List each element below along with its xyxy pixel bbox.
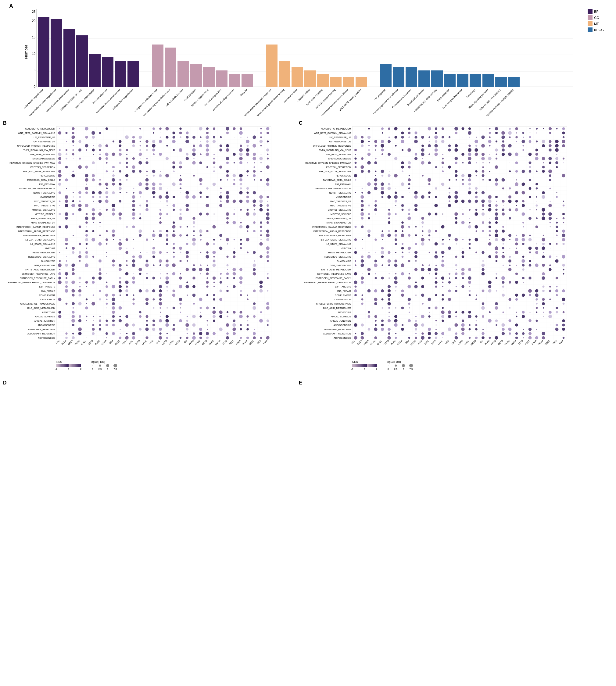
dot-19-5 [388,209,390,211]
dot-3-8 [112,140,114,142]
xlabel-3: CESC [370,339,376,346]
dot-25-10 [422,235,423,236]
dot-43-14 [448,310,451,314]
dot-38-4 [381,289,384,292]
dot-35-14 [152,277,155,280]
dot-29-11 [429,252,430,253]
dot-21-1 [65,217,68,220]
dot-34-13 [146,273,148,274]
dot-0-15 [454,127,458,131]
dot-29-19 [186,251,189,254]
dot-5-3 [375,149,376,151]
dot-6-1 [66,153,67,155]
svg-rect-16 [89,54,101,87]
dot-33-5 [389,269,389,269]
ylabel-47: ANDROGEN_RESPONSE [28,328,55,331]
dot-29-2 [369,252,370,253]
dot-45-5 [388,319,391,322]
dot-21-27 [241,218,241,219]
dot-0-4 [85,127,88,131]
dot-16-14 [448,195,451,198]
dot-6-21 [200,153,202,155]
dot-6-8 [112,153,115,156]
dot-16-3 [79,196,81,198]
dot-3-1 [361,140,364,143]
legend-bp-label: BP [594,10,599,14]
dot-35-31 [267,277,269,279]
ylabel-12: PANCREAS_BETA_CELLS [27,179,55,181]
svg-rect-19 [128,61,139,87]
dot-43-15 [455,311,457,313]
dot-26-5 [91,238,95,242]
dot-17-5 [93,201,94,202]
dot-24-5 [388,230,390,232]
dot-35-17 [468,276,471,280]
dot-45-23 [213,319,215,322]
dot-34-0 [354,272,357,275]
dot-10-18 [475,170,478,173]
ylabel-0: XENOBIOTIC_METABOLISM [25,128,55,130]
dot-46-17 [173,324,175,326]
dot-26-13 [146,238,148,241]
xlabel-30: UCS [256,339,262,345]
dot-30-26 [233,256,236,258]
dot-18-11 [132,204,135,207]
dot-30-4 [381,256,383,258]
ylabel-18: MYC_TARGETS_V1 [34,204,55,207]
dot-33-20 [192,268,196,271]
dot-8-10 [126,162,128,164]
dot-32-27 [535,263,538,267]
dot-29-4 [85,251,88,254]
dot-3-27 [536,140,537,142]
dot-48-19 [482,332,485,335]
dot-31-11 [132,260,135,263]
ylabel-35: ESTROGEN_RESPONSE_EARLY [316,277,351,280]
dot-29-5 [388,251,391,254]
dot-25-23 [508,234,511,237]
dot-22-30 [556,222,558,223]
ylabel-49: ADIPOGENESIS [334,337,351,339]
dot-42-21 [199,307,202,309]
dot-5-3 [79,149,82,152]
dot-48-8 [112,332,115,335]
dot-4-12 [434,144,438,147]
dot-24-31 [562,229,565,233]
dot-44-29 [548,315,552,318]
dot-29-7 [106,252,107,253]
dot-8-23 [213,161,216,164]
dot-47-3 [78,328,82,331]
dot-7-17 [468,157,471,160]
ylabel-43: APOPTOSIS [42,311,55,314]
dot-49-21 [199,337,202,339]
dot-35-1 [66,277,67,279]
svg-rect-27 [242,74,253,87]
dot-33-10 [421,268,424,271]
ylabel-7: SPERMATOGENESIS [32,157,55,160]
dot-41-1 [361,303,363,305]
dot-33-12 [138,268,142,271]
dot-4-25 [522,145,524,146]
dot-20-28 [246,212,249,216]
dot-31-5 [387,259,391,263]
dot-15-0 [59,192,61,194]
dot-0-20 [489,128,490,129]
xlabel-8: GBM [108,339,114,345]
dot-23-3 [79,226,82,228]
dot-47-16 [461,328,464,331]
dot-14-7 [106,187,108,189]
dot-27-7 [402,243,403,245]
dot-48-1 [361,332,364,335]
dot-33-9 [414,268,418,271]
dot-21-31 [266,217,269,220]
dot-22-16 [461,221,464,224]
dot-35-5 [389,278,390,279]
dot-30-30 [260,255,263,258]
dot-26-22 [501,238,505,241]
dot-36-16 [165,281,169,284]
dot-42-21 [494,306,498,309]
dot-18-29 [253,204,256,207]
dot-20-15 [159,213,162,216]
dot-21-2 [368,217,370,220]
dot-49-20 [192,336,196,340]
dot-38-6 [395,290,396,291]
